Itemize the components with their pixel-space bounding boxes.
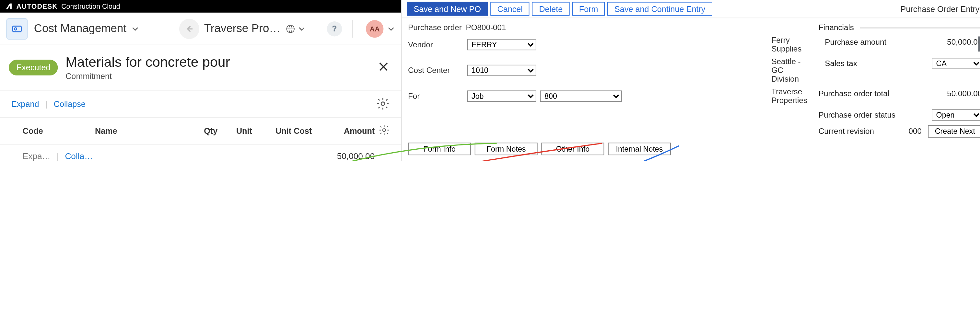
brand-name: AUTODESK bbox=[16, 3, 57, 10]
for-label: For bbox=[408, 92, 463, 100]
project-back-button[interactable] bbox=[179, 19, 199, 38]
delete-button[interactable]: Delete bbox=[532, 2, 570, 16]
expand-sidebar-tab[interactable] bbox=[978, 36, 980, 52]
divider: | bbox=[45, 99, 48, 108]
list-toolbar: Expand | Collapse bbox=[0, 90, 401, 117]
purchase-amount-label: Purchase amount bbox=[819, 38, 886, 46]
chevron-down-icon bbox=[132, 25, 139, 32]
col-qty[interactable]: Qty bbox=[183, 126, 218, 136]
module-switcher[interactable]: Cost Management bbox=[34, 22, 139, 35]
po-total-label: Purchase order total bbox=[819, 89, 889, 98]
autodesk-logo-icon bbox=[5, 3, 13, 10]
form-info-button[interactable]: Form Info bbox=[408, 143, 471, 155]
col-code[interactable]: Code bbox=[23, 126, 95, 136]
col-unit-cost[interactable]: Unit Cost bbox=[252, 126, 312, 136]
avatar: AA bbox=[366, 20, 383, 37]
for-job-select[interactable]: 800 bbox=[540, 90, 622, 102]
status-badge: Executed bbox=[9, 60, 58, 76]
form-notes-button[interactable]: Form Notes bbox=[475, 143, 538, 155]
page-title: Materials for concrete pour bbox=[65, 54, 230, 70]
expand-all-link[interactable]: Expand bbox=[11, 99, 39, 108]
for-type-select[interactable]: Job bbox=[467, 90, 536, 102]
po-status-label: Purchase order status bbox=[819, 111, 896, 119]
col-unit[interactable]: Unit bbox=[218, 126, 252, 136]
vendor-select[interactable]: FERRY bbox=[467, 39, 536, 50]
autodesk-brand-bar: AUTODESK Construction Cloud bbox=[0, 0, 401, 13]
cost-card-icon bbox=[11, 23, 23, 34]
arrow-back-icon bbox=[185, 24, 194, 33]
erp-toolbar: Save and New PO Cancel Delete Form Save … bbox=[402, 0, 980, 18]
create-next-button[interactable]: Create Next bbox=[928, 125, 980, 138]
product-name: Construction Cloud bbox=[61, 3, 120, 10]
close-button[interactable] bbox=[377, 59, 390, 76]
collapse-short[interactable]: Colla… bbox=[65, 151, 93, 161]
save-and-new-po-button[interactable]: Save and New PO bbox=[407, 2, 488, 16]
help-button[interactable]: ? bbox=[327, 21, 342, 36]
po-total-value: 50,000.00 bbox=[947, 89, 980, 98]
for-job-name: Traverse Properties bbox=[771, 87, 807, 105]
financials-header: Financials bbox=[819, 23, 854, 32]
grid-total-amount: 50,000.00 bbox=[312, 151, 375, 161]
po-number-value: PO800-001 bbox=[466, 23, 535, 32]
revision-label: Current revision bbox=[819, 127, 874, 136]
cancel-button[interactable]: Cancel bbox=[490, 2, 530, 16]
po-status-select[interactable]: Open bbox=[932, 109, 980, 121]
erp-grid-buttons: New Edit Insert Delete bbox=[402, 160, 980, 161]
form-button[interactable]: Form bbox=[572, 2, 605, 16]
sales-tax-label: Sales tax bbox=[819, 59, 857, 68]
col-amount[interactable]: Amount bbox=[312, 126, 375, 136]
cost-center-name: Seattle - GC Division bbox=[771, 57, 807, 84]
cost-center-select[interactable]: 1010 bbox=[467, 65, 536, 76]
col-name[interactable]: Name bbox=[95, 126, 183, 136]
purchase-amount-value: 50,000.00 bbox=[947, 38, 980, 46]
svg-point-3 bbox=[381, 102, 385, 106]
po-number-label: Purchase order bbox=[408, 23, 463, 32]
close-icon bbox=[377, 60, 390, 73]
chevron-down-icon bbox=[298, 25, 305, 32]
project-globe-dropdown[interactable] bbox=[285, 24, 305, 34]
erp-info-buttons: Form Info Form Notes Other Info Internal… bbox=[402, 140, 980, 160]
grid-header-row: Code Name Qty Unit Unit Cost Amount bbox=[0, 117, 401, 145]
svg-point-1 bbox=[14, 27, 16, 30]
module-name: Cost Management bbox=[34, 22, 126, 35]
erp-page-title: Purchase Order Entry bbox=[900, 4, 980, 14]
sales-tax-select[interactable]: CA bbox=[932, 58, 980, 69]
page-subtitle: Commitment bbox=[65, 71, 230, 81]
save-continue-button[interactable]: Save and Continue Entry bbox=[608, 2, 712, 16]
revision-value: 000 bbox=[908, 127, 921, 136]
internal-notes-button[interactable]: Internal Notes bbox=[608, 143, 671, 155]
erp-form: Purchase order PO800-001 Financials Vend… bbox=[402, 18, 980, 140]
svg-point-4 bbox=[383, 128, 386, 132]
vendor-name: Ferry Supplies bbox=[771, 36, 807, 54]
cost-center-label: Cost Center bbox=[408, 66, 463, 75]
vendor-label: Vendor bbox=[408, 40, 463, 49]
app-header: Cost Management Traverse Pro… ? AA bbox=[0, 13, 401, 45]
grid-expand-row: Expa… | Colla… 50,000.00 bbox=[0, 145, 401, 161]
chevron-down-icon bbox=[387, 25, 395, 32]
detail-header: Executed Materials for concrete pour Com… bbox=[0, 45, 401, 91]
collapse-all-link[interactable]: Collapse bbox=[54, 99, 86, 108]
other-info-button[interactable]: Other Info bbox=[541, 143, 604, 155]
column-settings-button[interactable] bbox=[379, 124, 390, 136]
project-name[interactable]: Traverse Pro… bbox=[204, 22, 280, 35]
globe-icon bbox=[285, 24, 296, 34]
commitment-grid: Code Name Qty Unit Unit Cost Amount Expa… bbox=[0, 117, 401, 161]
grid-settings-button[interactable] bbox=[376, 97, 390, 111]
user-menu[interactable]: AA bbox=[366, 20, 395, 37]
question-mark-icon: ? bbox=[332, 24, 337, 33]
module-icon-button[interactable] bbox=[6, 18, 27, 39]
expand-short[interactable]: Expa… bbox=[23, 151, 51, 161]
